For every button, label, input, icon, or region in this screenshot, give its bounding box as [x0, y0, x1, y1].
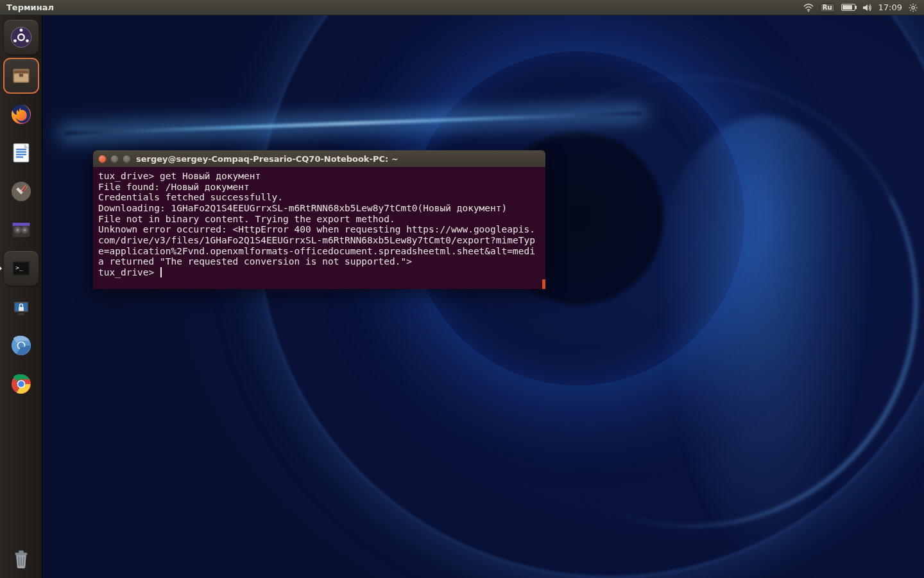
svg-line-7 [915, 10, 916, 10]
svg-line-8 [915, 4, 916, 5]
svg-point-32 [23, 229, 26, 232]
terminal-highlight-edge [542, 279, 545, 289]
svg-rect-25 [16, 157, 23, 158]
clock[interactable]: 17:09 [878, 3, 902, 12]
volume-icon[interactable] [862, 3, 872, 12]
launcher-trash[interactable] [4, 541, 38, 576]
svg-line-6 [910, 4, 911, 5]
terminal-line: File found: /Новый документ [98, 182, 250, 192]
terminal-prompt: tux_drive> [98, 267, 160, 277]
top-panel: Терминал Ru 17:09 [0, 0, 924, 15]
unity-launcher: >_ [0, 15, 42, 578]
launcher-chrome[interactable] [4, 367, 38, 401]
svg-point-46 [18, 381, 24, 387]
launcher-chromium[interactable] [4, 328, 38, 363]
session-gear-icon[interactable] [909, 3, 918, 12]
launcher-firefox[interactable] [4, 97, 38, 132]
terminal-titlebar[interactable]: sergey@sergey-Compaq-Presario-CQ70-Noteb… [93, 150, 545, 167]
terminal-title: sergey@sergey-Compaq-Presario-CQ70-Noteb… [136, 154, 398, 164]
terminal-cursor [160, 267, 162, 277]
svg-point-1 [912, 6, 914, 8]
launcher-media-player[interactable] [4, 213, 38, 247]
launcher-settings[interactable] [4, 174, 38, 209]
terminal-line: Credentials fetched successfully. [98, 192, 283, 202]
launcher-dash[interactable] [4, 20, 38, 55]
system-tray: Ru 17:09 [803, 3, 924, 12]
svg-line-49 [19, 557, 19, 566]
window-minimize-button[interactable] [110, 155, 119, 163]
svg-rect-40 [18, 313, 24, 315]
svg-point-30 [16, 229, 19, 232]
svg-line-51 [23, 557, 24, 566]
svg-rect-24 [16, 154, 26, 155]
terminal-output[interactable]: tux_drive> get Новый документ File found… [93, 167, 545, 289]
svg-point-13 [19, 29, 22, 32]
terminal-line: Downloading: 1GHaFo2Q1S4EEUGrrxSL-m6RtRN… [98, 203, 507, 213]
svg-rect-17 [13, 71, 28, 73]
svg-rect-33 [12, 223, 30, 226]
wifi-icon[interactable] [803, 3, 814, 12]
terminal-line: Unknown error occurred: <HttpError 400 w… [98, 224, 535, 267]
svg-point-14 [26, 39, 29, 42]
window-close-button[interactable] [98, 155, 107, 163]
keyboard-layout-indicator[interactable]: Ru [820, 3, 835, 12]
svg-text:>_: >_ [15, 264, 23, 271]
terminal-window[interactable]: sergey@sergey-Compaq-Presario-CQ70-Noteb… [93, 150, 545, 289]
active-app-title[interactable]: Терминал [0, 3, 60, 12]
launcher-writer[interactable] [4, 136, 38, 170]
launcher-files[interactable] [4, 58, 38, 93]
svg-point-15 [13, 39, 17, 42]
svg-point-0 [808, 10, 809, 12]
svg-rect-22 [16, 149, 26, 150]
battery-icon[interactable] [841, 4, 855, 11]
svg-rect-48 [19, 550, 24, 553]
svg-rect-23 [16, 152, 26, 153]
terminal-line: tux_drive> get Новый документ [98, 171, 261, 181]
wallpaper [0, 0, 924, 578]
window-maximize-button[interactable] [123, 155, 131, 163]
launcher-terminal[interactable]: >_ [4, 251, 38, 286]
svg-rect-19 [19, 74, 22, 77]
terminal-line: File not in binary content. Trying the e… [98, 214, 395, 224]
svg-rect-39 [19, 307, 24, 311]
svg-line-9 [910, 10, 911, 10]
launcher-lock[interactable] [4, 290, 38, 324]
